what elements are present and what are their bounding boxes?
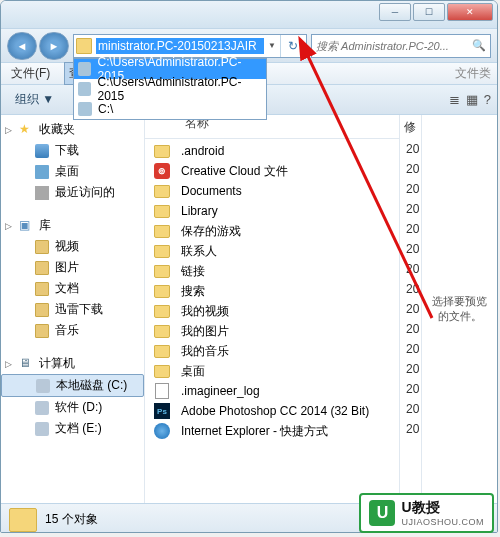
address-wrap: ministrator.PC-20150213JAIR ▼ ↻ C:\Users… [73, 34, 307, 58]
address-dropdown-item[interactable]: C:\Users\Administrator.PC-2015 [74, 79, 266, 99]
address-dropdown-button[interactable]: ▼ [264, 35, 280, 57]
content-area: 名称 .android⊚Creative Cloud 文件DocumentsLi… [145, 115, 497, 503]
file-name: 桌面 [181, 363, 391, 380]
file-row[interactable]: 我的图片 [145, 321, 399, 341]
search-box[interactable]: 🔍 [311, 34, 491, 58]
sidebar-label: 收藏夹 [39, 121, 75, 138]
forward-button[interactable]: ► [39, 32, 69, 60]
file-row[interactable]: .android [145, 141, 399, 161]
file-row[interactable]: 联系人 [145, 241, 399, 261]
file-row[interactable]: 保存的游戏 [145, 221, 399, 241]
file-row[interactable]: Library [145, 201, 399, 221]
sidebar-item-label: 软件 (D:) [55, 399, 102, 416]
file-date: 20 [404, 159, 419, 179]
file-name: 搜索 [181, 283, 391, 300]
file-name: Adobe Photoshop CC 2014 (32 Bit) [181, 404, 391, 418]
minimize-button[interactable]: ─ [379, 3, 411, 21]
file-date: 20 [404, 139, 419, 159]
sidebar-computer[interactable]: ▷🖥计算机 [1, 353, 144, 374]
file-name: Documents [181, 184, 391, 198]
folder-icon [9, 508, 37, 532]
file-name: Creative Cloud 文件 [181, 163, 391, 180]
file-row[interactable]: Documents [145, 181, 399, 201]
sidebar-favorites[interactable]: ▷★收藏夹 [1, 119, 144, 140]
sidebar-item-label: 迅雷下载 [55, 301, 103, 318]
sidebar-item-pictures[interactable]: 图片 [1, 257, 144, 278]
titlebar: ─ ☐ ✕ [1, 1, 497, 29]
sidebar-item-downloads[interactable]: 下载 [1, 140, 144, 161]
folder-icon [78, 62, 91, 76]
file-date: 20 [404, 179, 419, 199]
sidebar-item-music[interactable]: 音乐 [1, 320, 144, 341]
main-area: ▷★收藏夹 下载 桌面 最近访问的 ▷▣库 视频 图片 文档 迅雷下载 音乐 ▷… [1, 115, 497, 503]
explorer-window: ─ ☐ ✕ ◄ ► ministrator.PC-20150213JAIR ▼ … [0, 0, 498, 533]
close-button[interactable]: ✕ [447, 3, 493, 21]
file-row[interactable]: 桌面 [145, 361, 399, 381]
download-icon [35, 144, 49, 158]
file-name: Internet Explorer - 快捷方式 [181, 423, 391, 440]
folder-icon [154, 345, 170, 358]
help-icon[interactable]: ? [484, 92, 491, 107]
preview-pane: 选择要预览的文件。 [421, 115, 497, 503]
address-dropdown-list: C:\Users\Administrator.PC-2015 C:\Users\… [73, 58, 267, 120]
folder-icon [154, 325, 170, 338]
file-row[interactable]: 链接 [145, 261, 399, 281]
drive-icon [35, 422, 49, 436]
sidebar-item-videos[interactable]: 视频 [1, 236, 144, 257]
file-date: 20 [404, 299, 419, 319]
file-name: .imagineer_log [181, 384, 391, 398]
sidebar-item-xunlei[interactable]: 迅雷下载 [1, 299, 144, 320]
sidebar-item-drive-d[interactable]: 软件 (D:) [1, 397, 144, 418]
maximize-button[interactable]: ☐ [413, 3, 445, 21]
recent-icon [35, 186, 49, 200]
view-list-icon[interactable]: ≣ [449, 92, 460, 107]
photoshop-icon: Ps [154, 403, 170, 419]
folder-icon [154, 205, 170, 218]
file-row[interactable]: ⊚Creative Cloud 文件 [145, 161, 399, 181]
file-row[interactable]: PsAdobe Photoshop CC 2014 (32 Bit) [145, 401, 399, 421]
search-input[interactable] [316, 40, 468, 52]
back-button[interactable]: ◄ [7, 32, 37, 60]
library-icon: ▣ [19, 218, 35, 234]
sidebar-item-documents[interactable]: 文档 [1, 278, 144, 299]
file-date: 20 [404, 359, 419, 379]
folder-icon [35, 324, 49, 338]
menu-file[interactable]: 文件(F) [7, 63, 54, 84]
sidebar-libraries[interactable]: ▷▣库 [1, 215, 144, 236]
file-date: 20 [404, 219, 419, 239]
nav-bar: ◄ ► ministrator.PC-20150213JAIR ▼ ↻ C:\U… [1, 29, 497, 63]
file-date: 20 [404, 419, 419, 439]
column-date: 修 202020202020202020202020202020 [399, 115, 421, 503]
folder-icon [154, 305, 170, 318]
address-item-label: C:\ [98, 102, 113, 116]
sidebar-item-desktop[interactable]: 桌面 [1, 161, 144, 182]
folder-icon [35, 282, 49, 296]
sidebar-item-label: 最近访问的 [55, 184, 115, 201]
folder-icon [154, 185, 170, 198]
file-name: Library [181, 204, 391, 218]
file-date: 20 [404, 319, 419, 339]
sidebar-item-recent[interactable]: 最近访问的 [1, 182, 144, 203]
sidebar-item-label: 视频 [55, 238, 79, 255]
view-preview-icon[interactable]: ▦ [466, 92, 478, 107]
folder-icon [78, 82, 91, 96]
computer-icon: 🖥 [19, 356, 35, 372]
watermark: U U教授 UJIAOSHOU.COM [359, 493, 494, 533]
file-name: 联系人 [181, 243, 391, 260]
file-name: 链接 [181, 263, 391, 280]
file-row[interactable]: 我的视频 [145, 301, 399, 321]
text-file-icon [155, 383, 169, 399]
drive-icon [78, 102, 92, 116]
file-row[interactable]: 我的音乐 [145, 341, 399, 361]
refresh-button[interactable]: ↻ [280, 35, 304, 57]
sidebar-item-drive-e[interactable]: 文档 (E:) [1, 418, 144, 439]
file-row[interactable]: .imagineer_log [145, 381, 399, 401]
status-text: 15 个对象 [45, 511, 98, 528]
sidebar-item-label: 音乐 [55, 322, 79, 339]
file-row[interactable]: Internet Explorer - 快捷方式 [145, 421, 399, 441]
file-date: 20 [404, 399, 419, 419]
file-row[interactable]: 搜索 [145, 281, 399, 301]
organize-button[interactable]: 组织 ▼ [7, 89, 62, 110]
search-icon: 🔍 [472, 39, 486, 52]
sidebar-item-drive-c[interactable]: 本地磁盘 (C:) [1, 374, 144, 397]
